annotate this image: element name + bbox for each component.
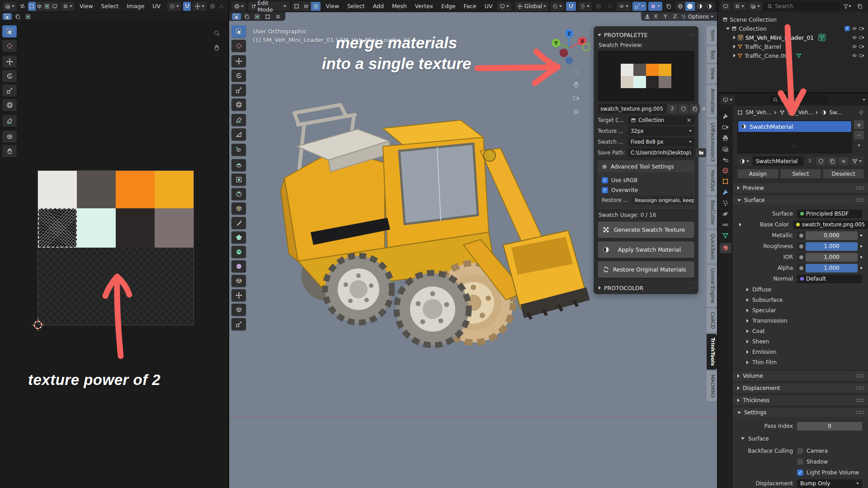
vp-perspective-icon[interactable]	[573, 108, 580, 117]
uv-select-edge-button[interactable]	[36, 2, 43, 11]
breadcrumb-material[interactable]: Sw...	[829, 109, 842, 116]
uv-editor-type-button[interactable]	[3, 2, 17, 11]
overwrite-checkbox[interactable]	[602, 187, 608, 193]
vp-menu-add[interactable]: Add	[370, 0, 387, 12]
uv-select-face-button[interactable]	[43, 2, 51, 11]
tool-add-cube[interactable]	[231, 144, 246, 156]
link-mesh-dropdown[interactable]	[850, 156, 864, 166]
remove-slot-button[interactable]: −	[854, 131, 864, 140]
tab-world-icon[interactable]	[722, 167, 729, 174]
outliner-search-input[interactable]: Search	[764, 2, 840, 10]
uv-toolsetting-extend[interactable]	[13, 13, 22, 20]
vp-menu-mesh[interactable]: Mesh	[389, 0, 410, 12]
snap-target-dropdown[interactable]	[578, 2, 592, 11]
tab-tool[interactable]: Tool	[707, 46, 717, 63]
fake-user-button[interactable]	[816, 157, 826, 166]
vp-toolsetting-invert[interactable]	[263, 13, 272, 20]
tab-scene-icon[interactable]	[722, 156, 729, 163]
tab-output-icon[interactable]	[722, 135, 729, 141]
browse-folder-button[interactable]	[696, 148, 706, 157]
select-button[interactable]: Select	[780, 169, 821, 178]
metallic-slider[interactable]: 0.000	[806, 231, 858, 240]
collection-checkbox[interactable]	[844, 26, 850, 31]
tab-coacd[interactable]: CoACD	[707, 308, 717, 333]
overlays-dropdown[interactable]	[648, 2, 662, 11]
uv-snap-target-button[interactable]	[193, 2, 207, 11]
vp-menu-select[interactable]: Select	[344, 0, 368, 12]
uv-zoom-icon[interactable]	[213, 30, 220, 38]
add-slot-button[interactable]: +	[854, 120, 864, 129]
uv-2d-cursor[interactable]	[32, 319, 44, 331]
uv-tool-scale[interactable]	[2, 84, 17, 97]
collection-eye-icon[interactable]	[852, 26, 857, 31]
outliner-editor-type-button[interactable]	[721, 2, 731, 11]
object-eye-icon[interactable]	[852, 44, 857, 49]
mirror-x-toggle[interactable]: X	[652, 14, 660, 19]
object-camera-icon[interactable]	[859, 35, 864, 40]
snap-toggle[interactable]	[566, 2, 576, 11]
fake-user-button[interactable]	[679, 104, 689, 113]
nav-gizmo[interactable]: Z Y X	[548, 27, 590, 69]
alpha-keyframe-dot[interactable]	[860, 267, 862, 269]
uv-tool-2d-cursor[interactable]	[2, 40, 17, 52]
tool-knife[interactable]	[231, 217, 246, 229]
mirror-z-toggle[interactable]: Z	[671, 14, 679, 19]
settings-panel-header[interactable]: Settings∷∷	[733, 408, 868, 418]
tool-rip-region[interactable]	[231, 304, 246, 316]
browse-material-button[interactable]	[737, 156, 751, 166]
tab-animation[interactable]: Animation	[707, 85, 717, 117]
vp-menu-face[interactable]: Face	[461, 0, 480, 12]
tab-object-icon[interactable]	[722, 178, 729, 185]
tab-uvpackmaster3[interactable]: UVPackmaster3	[707, 119, 717, 165]
object-row-loader[interactable]: SM_Veh_Mini_Loader_01	[722, 33, 866, 42]
texture-name-field[interactable]: swatch_texture.png.005	[598, 104, 666, 113]
vp-menu-vertex[interactable]: Vertex	[412, 0, 436, 12]
uv-tool-rotate[interactable]	[2, 70, 17, 82]
roughness-keyframe-dot[interactable]	[860, 245, 862, 247]
protocolor-header[interactable]: PROTOCOLOR ∷∷	[594, 282, 698, 294]
slot-list-resize-dots[interactable]: ∷∷	[738, 145, 851, 149]
tab-view[interactable]: View	[707, 64, 717, 83]
visibility-dropdown[interactable]	[617, 2, 631, 11]
tab-hardops[interactable]: HardOps	[707, 166, 717, 195]
vp-toolsetting-box[interactable]	[232, 13, 241, 20]
use-srgb-row[interactable]: Use sRGB	[602, 175, 690, 185]
tab-constraints-icon[interactable]	[722, 221, 729, 228]
uv-menu-uv[interactable]: UV	[149, 0, 164, 12]
object-camera-icon[interactable]	[859, 44, 864, 49]
outliner-filter-button[interactable]	[842, 2, 853, 11]
tool-rotate[interactable]	[231, 70, 246, 82]
material-slot-row[interactable]: SwatchMaterial	[738, 121, 851, 132]
vp-toolsetting-subtract[interactable]	[253, 13, 262, 20]
properties-options-chevron[interactable]	[863, 99, 865, 101]
vp-toolsetting-extend[interactable]	[242, 13, 251, 20]
surface-panel-header[interactable]: Surface∷∷	[733, 195, 868, 206]
section-diffuse[interactable]: Diffuse	[733, 284, 868, 295]
settings-surface-header[interactable]: Surface	[733, 433, 868, 444]
backface-shadow-checkbox[interactable]	[797, 459, 803, 465]
backface-lightprobe-checkbox[interactable]	[797, 469, 803, 476]
target-collection-field[interactable]: Collection	[628, 116, 694, 125]
collection-camera-icon[interactable]	[859, 26, 864, 31]
base-color-expand[interactable]	[739, 223, 741, 226]
tab-material-active[interactable]	[720, 243, 731, 253]
tab-boxcutter[interactable]: BoxCutter	[707, 197, 717, 229]
tool-inset-faces[interactable]	[231, 174, 246, 186]
tool-move[interactable]	[231, 55, 246, 67]
tab-render-icon[interactable]	[722, 124, 729, 131]
backface-camera-checkbox[interactable]	[797, 448, 803, 454]
select-mode-vertex-button[interactable]	[292, 2, 301, 11]
overwrite-row[interactable]: Overwrite	[602, 185, 690, 195]
uv-pan-icon[interactable]	[213, 44, 220, 52]
tool-spin[interactable]	[231, 246, 246, 258]
tool-transform[interactable]	[231, 99, 246, 111]
object-eye-icon[interactable]	[852, 35, 857, 40]
vp-toolsetting-intersect[interactable]	[274, 13, 283, 20]
object-row-barrel[interactable]: Traffic_Barrel	[722, 42, 866, 51]
vp-menu-view[interactable]: View	[322, 0, 342, 12]
section-thin-film[interactable]: Thin Film	[733, 357, 868, 367]
tab-trinhtools[interactable]: TrinhTools	[707, 334, 717, 370]
proportional-edit-toggle[interactable]	[594, 2, 603, 11]
breadcrumb-mesh[interactable]: SM_Veh...	[788, 109, 814, 116]
tool-scale[interactable]	[231, 84, 246, 96]
